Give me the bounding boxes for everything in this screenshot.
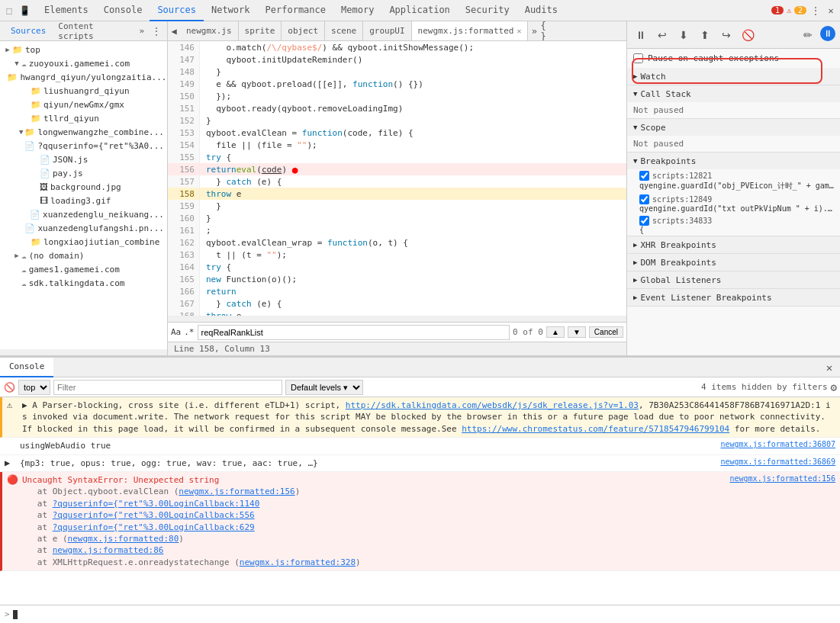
- tree-arrow[interactable]: ▼: [12, 59, 21, 67]
- cursor-icon[interactable]: ⬚: [3, 5, 15, 17]
- code-nav-back[interactable]: ◀: [168, 25, 180, 37]
- msg-source-error[interactable]: newgmx.js:formatted:156: [730, 474, 835, 483]
- event-listener-header[interactable]: ▶ Event Listener Breakpoints: [627, 289, 840, 306]
- search-input[interactable]: [198, 325, 510, 340]
- code-tab-overflow[interactable]: »: [528, 25, 540, 37]
- stack-link-6[interactable]: newgmx.js:formatted:86: [53, 545, 164, 555]
- pause-resume-btn[interactable]: ⏸: [632, 26, 650, 44]
- case-sensitive-btn[interactable]: Aa: [171, 327, 181, 337]
- console-tab[interactable]: Console: [0, 358, 53, 377]
- scope-section-header[interactable]: ▼ Scope: [627, 119, 840, 136]
- clear-console-icon[interactable]: 🚫: [3, 381, 15, 393]
- callstack-section-header[interactable]: ▼ Call Stack: [627, 85, 840, 102]
- msg-source-audio[interactable]: newgmx.js:formatted:36807: [720, 440, 835, 448]
- chromestatus-link[interactable]: https://www.chromestatus.com/feature/571…: [462, 424, 729, 434]
- code-tab-object[interactable]: object: [282, 21, 325, 41]
- console-area: Console ✕ 🚫 top Default levels ▾ 4 items…: [0, 356, 840, 623]
- device-icon[interactable]: 📱: [18, 5, 31, 17]
- console-context-select[interactable]: top: [18, 380, 50, 395]
- code-tab-scene[interactable]: scene: [325, 21, 363, 41]
- tab-network[interactable]: Network: [204, 0, 258, 21]
- msg-source-mp3[interactable]: newgmx.js:formatted:36869: [720, 458, 835, 466]
- tree-arrow[interactable]: ▶: [3, 46, 12, 53]
- step-over-btn[interactable]: ↩: [653, 26, 671, 44]
- expand-icon[interactable]: ▶: [5, 458, 17, 468]
- console-settings-icon[interactable]: ⚙: [831, 381, 837, 393]
- code-tab-newgmxjs[interactable]: newgmx.js: [180, 21, 239, 41]
- stack-link-4[interactable]: ?qquserinfo={"ret"%3.00LoginCallback:629: [53, 522, 255, 532]
- breakpoint-code-2: qyengine.guardId("txt_outPkVipNum_" + i)…: [639, 204, 834, 213]
- breakpoint-checkbox-1[interactable]: [639, 171, 649, 181]
- code-lines[interactable]: o.match(/\/qybase$/) && qyboot.initShowM…: [200, 41, 626, 316]
- xhr-breakpoints-header[interactable]: ▶ XHR Breakpoints: [627, 236, 840, 253]
- code-tab-groupui[interactable]: groupUI: [363, 21, 411, 41]
- list-item[interactable]: 🎞 loading3.gif: [0, 194, 167, 207]
- format-icon[interactable]: { }: [540, 25, 552, 37]
- console-filter-input[interactable]: [53, 380, 282, 395]
- list-item[interactable]: ☁ games1.gamemei.com: [0, 262, 167, 276]
- stack-link-2[interactable]: ?qquserinfo={"ret"%3.00LoginCallback:114…: [53, 499, 260, 509]
- list-item[interactable]: 📄 JSON.js: [0, 153, 167, 166]
- code-horizontal-scrollbar[interactable]: [168, 316, 626, 322]
- list-item[interactable]: 📁 longxiaojiutian_combine: [0, 235, 167, 249]
- list-item[interactable]: ▼ 📁 longwenwangzhe_combine...: [0, 125, 167, 139]
- tab-security[interactable]: Security: [458, 0, 517, 21]
- sidebar-tab-content-scripts[interactable]: Content scripts: [52, 21, 133, 41]
- step-out-btn[interactable]: ⬆: [696, 26, 714, 44]
- list-item[interactable]: 📄 pay.js: [0, 166, 167, 180]
- active-pause-btn[interactable]: ⏸: [820, 26, 835, 41]
- tab-audits[interactable]: Audits: [517, 0, 565, 21]
- dom-breakpoints-header[interactable]: ▶ DOM Breakpoints: [627, 254, 840, 271]
- global-listeners-header[interactable]: ▶ Global Listeners: [627, 271, 840, 288]
- step-into-btn[interactable]: ⬇: [674, 26, 693, 44]
- stack-link-3[interactable]: ?qquserinfo={"ret"%3.00LoginCallback:556: [53, 510, 255, 520]
- step-btn[interactable]: ↪: [717, 26, 735, 44]
- list-item[interactable]: 📁 liushuangrd_qiyun: [0, 84, 167, 98]
- search-down-btn[interactable]: ▼: [568, 326, 586, 338]
- close-tab-icon[interactable]: ✕: [517, 27, 521, 35]
- list-item[interactable]: 📄 ?qquserinfo={"ret"%3A0...: [0, 139, 167, 153]
- list-item[interactable]: 📄 xuanzedenglufangshi.pn...: [0, 221, 167, 235]
- code-tab-formatted[interactable]: newgmx.js:formatted ✕: [412, 21, 529, 41]
- sidebar-tab-sources[interactable]: Sources: [5, 21, 52, 41]
- stack-link-5[interactable]: newgmx.js:formatted:80: [68, 534, 179, 544]
- sidebar-more-icon[interactable]: ⋮: [150, 25, 163, 37]
- breakpoint-checkbox-2[interactable]: [639, 194, 649, 204]
- console-close-icon[interactable]: ✕: [823, 361, 835, 374]
- code-tab-sprite[interactable]: sprite: [239, 21, 282, 41]
- list-item[interactable]: 📁 hwangrd_qiyun/yulongzaitia...: [0, 70, 167, 84]
- stack-link-7[interactable]: newgmx.js:formatted:328: [240, 557, 356, 567]
- tab-console[interactable]: Console: [96, 0, 150, 21]
- tab-memory[interactable]: Memory: [333, 0, 381, 21]
- tab-sources[interactable]: Sources: [150, 0, 204, 21]
- list-item[interactable]: 📁 tllrd_qiyun: [0, 111, 167, 125]
- regex-btn[interactable]: .*: [184, 327, 194, 337]
- sidebar-scrollbar[interactable]: [0, 349, 167, 355]
- list-item[interactable]: 🖼 background.jpg: [0, 180, 167, 194]
- console-cursor[interactable]: [13, 610, 18, 619]
- sdk-link[interactable]: http://sdk.talkingdata.com/websdk/js/sdk…: [346, 400, 639, 410]
- edit-btn[interactable]: ✏: [799, 26, 817, 44]
- tab-performance[interactable]: Performance: [258, 0, 333, 21]
- deactivate-breakpoints-btn[interactable]: 🚫: [739, 26, 757, 44]
- search-up-btn[interactable]: ▲: [546, 326, 565, 338]
- stack-link-1[interactable]: newgmx.js:formatted:156: [179, 487, 294, 496]
- tab-application[interactable]: Application: [381, 0, 457, 21]
- breakpoints-section-header[interactable]: ▼ Breakpoints: [627, 153, 840, 169]
- sidebar-tab-more[interactable]: »: [133, 21, 150, 41]
- tree-item-domain[interactable]: ▼ ☁ zuoyouxi.gamemei.com: [0, 56, 167, 70]
- pause-on-caught-exceptions-checkbox[interactable]: [633, 53, 643, 63]
- close-icon[interactable]: ✕: [825, 5, 837, 17]
- watch-section-header[interactable]: ▶ Watch: [627, 68, 840, 85]
- breakpoint-checkbox-3[interactable]: [639, 216, 649, 226]
- list-item[interactable]: ▶ ☁ (no domain): [0, 249, 167, 262]
- tab-elements[interactable]: Elements: [37, 0, 96, 21]
- pause-on-exceptions-label[interactable]: Pause on caught exceptions: [648, 53, 779, 63]
- search-cancel-btn[interactable]: Cancel: [589, 326, 623, 338]
- list-item[interactable]: 📄 xuanzedenglu_neikuang...: [0, 207, 167, 221]
- console-level-select[interactable]: Default levels ▾: [285, 380, 363, 395]
- tree-item-top[interactable]: ▶ 📁 top: [0, 43, 167, 56]
- list-item[interactable]: ☁ sdk.talkingdata.com: [0, 276, 167, 290]
- more-options-icon[interactable]: ⋮: [809, 5, 822, 17]
- list-item[interactable]: 📁 qiyun/newGmx/gmx: [0, 98, 167, 111]
